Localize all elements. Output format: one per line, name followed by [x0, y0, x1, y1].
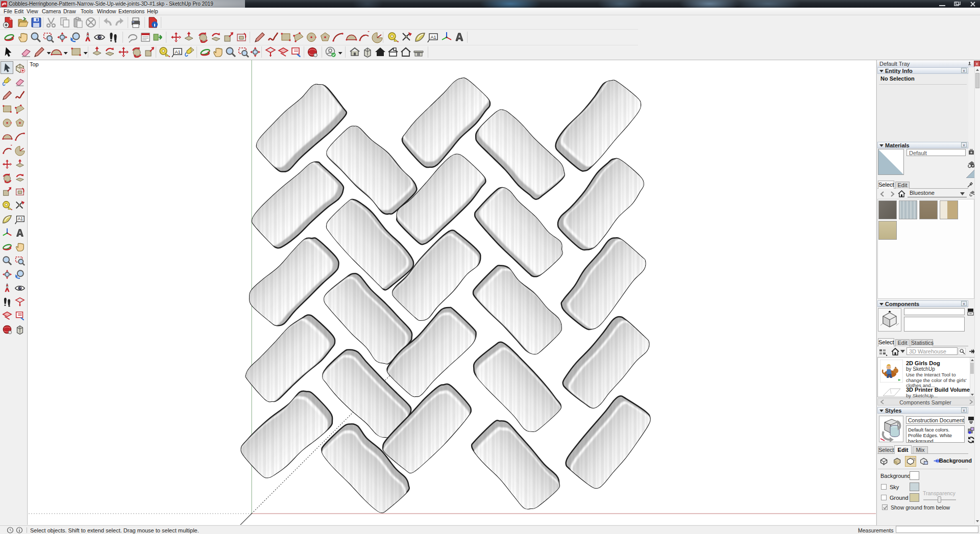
svg-text:A1: A1: [175, 49, 180, 55]
svg-text:A1: A1: [430, 35, 436, 40]
svg-text:A1: A1: [18, 217, 23, 221]
